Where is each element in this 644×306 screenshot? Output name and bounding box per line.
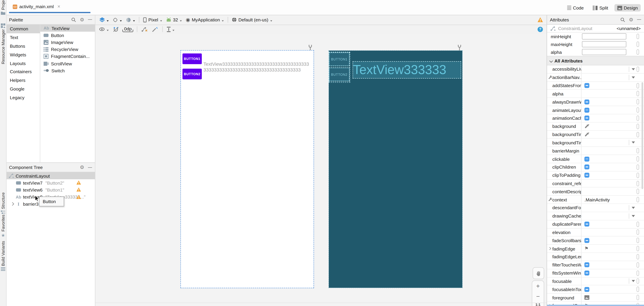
tristate-toggle[interactable] <box>584 238 589 243</box>
attr-value-input[interactable] <box>582 33 626 39</box>
attr-row-focusableintou[interactable]: focusableInTou... <box>547 285 644 293</box>
minimize-icon[interactable] <box>88 167 92 167</box>
gear-icon[interactable]: ⚙ <box>80 17 84 23</box>
tristate-toggle[interactable] <box>584 270 589 275</box>
attr-row-focusable[interactable]: focusable <box>547 277 644 285</box>
attr-row-clipchildren[interactable]: clipChildren <box>547 163 644 171</box>
stripe-item-structure[interactable]: Structure <box>0 192 6 214</box>
palette-item-button[interactable]: Button <box>40 32 95 39</box>
dropdown-button[interactable] <box>629 139 635 147</box>
attr-row-drawingcache[interactable]: drawingCache... <box>547 212 644 220</box>
view-options-button[interactable] <box>99 27 109 32</box>
tristate-toggle[interactable] <box>584 222 589 226</box>
attr-row-alwaysdrawnw[interactable]: alwaysDrawnW... <box>547 98 644 106</box>
gear-icon[interactable]: ⚙ <box>629 17 633 23</box>
pick-icon[interactable] <box>636 34 639 39</box>
split-view-button[interactable]: Split <box>590 4 611 12</box>
pick-icon[interactable] <box>636 295 639 300</box>
locale-selector[interactable]: Default (en-us) <box>232 17 272 22</box>
palette-item-recyclerview[interactable]: RecyclerView <box>40 46 95 53</box>
attr-row-constraint-refer[interactable]: constraint_refer... <box>547 179 644 188</box>
attr-row-addstatesfrom[interactable]: addStatesFrom... <box>547 82 644 90</box>
tristate-toggle[interactable] <box>584 156 589 161</box>
color-picker-icon[interactable] <box>584 124 589 129</box>
expander-icon[interactable] <box>548 247 551 250</box>
attr-row-animationcache[interactable]: animationCache <box>547 114 644 122</box>
tristate-toggle[interactable] <box>584 287 589 292</box>
attr-row-accessibilityliv[interactable]: accessibilityLiv... <box>547 65 644 74</box>
pick-icon[interactable] <box>636 221 639 227</box>
attr-row-elevation[interactable]: elevation <box>547 228 644 236</box>
pick-icon[interactable] <box>636 107 639 113</box>
minimize-icon[interactable] <box>88 19 92 20</box>
pick-icon[interactable] <box>636 246 639 251</box>
pick-icon[interactable] <box>636 67 639 72</box>
pick-icon[interactable] <box>636 230 639 235</box>
button2[interactable]: BUTTON2 <box>182 69 202 79</box>
view-mode-button[interactable] <box>100 17 109 22</box>
warning-icon[interactable] <box>538 17 543 22</box>
night-mode-button[interactable] <box>126 17 135 22</box>
pick-icon[interactable] <box>636 254 639 259</box>
palette-item-switch[interactable]: Switch <box>40 67 95 74</box>
pick-icon[interactable] <box>636 181 639 186</box>
attr-row-fitssystemwind[interactable]: fitsSystemWind... <box>547 269 644 277</box>
zoom-out-button[interactable]: − <box>536 292 540 299</box>
attr-row-clickable[interactable]: clickable <box>547 155 644 163</box>
all-attributes-section[interactable]: All Attributes <box>547 56 644 65</box>
palette-category-google[interactable]: Google <box>6 85 40 93</box>
attr-row-descendantfoc[interactable]: descendantFoc... <box>547 204 644 212</box>
pick-icon[interactable] <box>636 91 639 96</box>
blueprint-textview8[interactable]: TextView333333 <box>352 61 461 79</box>
attr-row-fadescrollbars[interactable]: fadeScrollbars <box>547 236 644 245</box>
api-selector[interactable]: 32 <box>166 17 182 22</box>
minimize-icon[interactable] <box>637 19 641 20</box>
guidelines-button[interactable] <box>167 27 175 32</box>
color-picker-icon[interactable] <box>584 132 589 137</box>
stripe-item-resource-manager[interactable]: Resource Manager <box>0 24 6 64</box>
pick-icon[interactable] <box>636 189 639 194</box>
code-view-button[interactable]: Code <box>564 4 586 12</box>
blueprint-button1[interactable]: BUTTON1 <box>329 53 349 66</box>
pick-icon[interactable] <box>636 124 639 129</box>
tab-close-icon[interactable]: × <box>57 4 60 10</box>
textview8-rendered[interactable]: TextView33333333333333333333333333333333… <box>203 62 311 73</box>
attr-row-backgroundtin[interactable]: backgroundTin... <box>547 139 644 147</box>
tristate-toggle[interactable] <box>584 173 589 178</box>
palette-category-helpers[interactable]: Helpers <box>6 76 40 84</box>
tristate-toggle[interactable] <box>584 262 589 267</box>
attr-value-input[interactable] <box>582 41 626 47</box>
palette-category-buttons[interactable]: Buttons <box>6 42 40 50</box>
attr-row-barriermargin[interactable]: barrierMargin <box>547 147 644 155</box>
pick-icon[interactable] <box>636 156 639 161</box>
pick-icon[interactable] <box>636 270 639 276</box>
palette-item-textview[interactable]: AbTextView <box>40 25 95 32</box>
attr-row-duplicateparent[interactable]: duplicateParent... <box>547 220 644 228</box>
pick-icon[interactable] <box>636 173 639 178</box>
device-selector[interactable]: Pixel <box>143 17 162 22</box>
pick-icon[interactable] <box>636 164 639 170</box>
attr-value[interactable]: .MainActivity <box>584 197 610 202</box>
pick-icon[interactable] <box>636 148 639 153</box>
dropdown-button[interactable] <box>629 212 635 220</box>
attr-row-alpha[interactable]: alpha <box>547 90 644 98</box>
tree-row-textview7[interactable]: textView7 "Button2" <box>6 179 95 186</box>
attr-row-filtertouchesw[interactable]: filterTouchesW... <box>547 261 644 269</box>
stripe-item-favorites[interactable]: Favorites★ <box>0 215 6 238</box>
attr-value-input[interactable] <box>582 49 626 55</box>
infer-constraints-button[interactable] <box>152 27 158 32</box>
tristate-toggle[interactable] <box>584 83 589 88</box>
attr-row-backgroundtint[interactable]: backgroundTint <box>547 131 644 139</box>
attr-row-fadingedge[interactable]: fadingEdge ⚑ <box>547 245 644 253</box>
palette-category-layouts[interactable]: Layouts <box>6 59 40 67</box>
attr-row-fadingedgelen[interactable]: fadingEdgeLen... <box>547 253 644 261</box>
attr-row-foreground[interactable]: foreground <box>547 293 644 302</box>
pick-icon[interactable] <box>636 132 639 137</box>
pick-icon[interactable] <box>636 278 639 284</box>
attributes-bottom-scrollbar[interactable] <box>547 305 644 306</box>
search-icon[interactable] <box>71 17 76 22</box>
attributes-scrollbar[interactable] <box>642 82 643 189</box>
design-preview[interactable]: BUTTON1 BUTTON2 TextView3333333333333333… <box>181 51 314 288</box>
palette-category-containers[interactable]: Containers <box>6 67 40 76</box>
default-margin-selector[interactable]: 0dp <box>123 26 133 32</box>
